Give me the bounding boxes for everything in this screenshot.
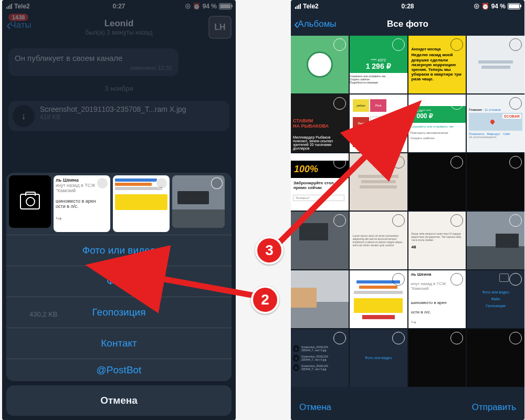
grid-cell[interactable] [350,153,407,211]
carrier-label: Tele2 [303,3,319,10]
select-circle-icon[interactable] [156,177,167,189]
grid-cell[interactable]: **** 43721 296 ₽Сохранить или отправить … [350,36,407,93]
annotation-step-3: 3 [255,236,284,265]
grid-cell[interactable] [291,212,349,269]
camera-button[interactable] [9,175,51,228]
menu-file[interactable]: Файл [6,266,232,297]
photo-thumbnail[interactable]: ль Шеина инут назад в ТСЖ "Камский шином… [54,175,110,232]
select-circle-icon[interactable] [392,156,405,169]
phone-left: Tele2 0:27 ⦾ ⏰ 94 % 1438 ‹ Чаты Leonid б… [2,0,236,420]
grid-cell[interactable] [408,153,466,211]
select-circle-icon[interactable] [333,214,346,227]
nav-header: ‹ Альбомы Все фото [291,13,524,36]
cancel-button[interactable]: Отмена [6,385,232,416]
select-circle-icon[interactable] [392,332,405,344]
phone-right: Tele2 0:28 ⦾ ⏰ 94 % ‹ Альбомы Все фото *… [291,0,524,420]
select-circle-icon[interactable] [509,273,522,286]
select-circle-icon[interactable] [450,97,463,110]
menu-contact[interactable]: Контакт [6,328,232,359]
grid-cell[interactable]: ль Шеинаинут назад в ТСЖ "Камскийшиномес… [408,270,466,328]
grid-cell[interactable] [291,270,349,328]
select-circle-icon[interactable] [509,38,522,51]
grid-cell[interactable]: ↓Screenshot_20191103-235544_T...ram X.jp… [291,329,349,387]
battery-icon [508,3,520,9]
battery-pct: 94 % [491,3,506,10]
action-sheet: ль Шеина инут назад в ТСЖ "Камский шином… [6,173,232,416]
grid-cell[interactable] [467,212,524,269]
select-circle-icon[interactable] [509,332,522,344]
annotation-step-2: 2 [251,286,279,314]
signal-icon [295,4,301,9]
file-size-bg: 430,2 KB [29,310,58,318]
status-bar: Tele2 0:28 ⦾ ⏰ 94 % [291,0,524,13]
grid-cell[interactable] [467,36,524,93]
select-circle-icon[interactable] [392,214,405,227]
send-button[interactable]: Отправить [472,402,516,413]
select-circle-icon[interactable] [450,214,463,227]
grid-cell[interactable]: Фото или видеоФайлГеопозиция [467,270,524,328]
select-circle-icon[interactable] [333,97,346,110]
select-circle-icon[interactable] [450,156,463,169]
menu-postbot[interactable]: @PostBot [6,359,232,381]
photo-grid[interactable]: **** 43721 296 ₽Сохранить или отправить … [291,36,524,387]
select-circle-icon[interactable] [333,156,346,169]
select-circle-icon[interactable] [97,177,108,189]
menu-photo-video[interactable]: Фото или видео [6,235,232,266]
grid-cell[interactable]: Lorem ipsum dolor sit amet consectetur a… [350,212,407,269]
photo-thumbnail[interactable] [172,175,225,228]
grid-cell[interactable]: Главная · 11 отзывовSCOBARПозвонить · Ма… [467,94,524,152]
select-circle-icon[interactable] [450,332,463,344]
select-circle-icon[interactable] [509,156,522,169]
nav-title: Все фото [387,19,428,29]
bottom-bar: Отмена Отправить [291,395,524,420]
select-circle-icon[interactable] [392,38,405,51]
photo-strip: ль Шеина инут назад в ТСЖ "Камский шином… [6,173,232,235]
grid-cell[interactable] [467,329,524,387]
grid-cell[interactable]: Фото или видео [350,329,407,387]
grid-cell[interactable] [467,153,524,211]
grid-cell[interactable]: yellow Pink Red White Brown orange [350,94,407,152]
grid-cell[interactable]: Анекдот месяцаНеделю назад моей девушке … [408,36,466,93]
lock-icon: ⦾ [474,3,479,10]
grid-cell[interactable]: Когда тебе напросто моет вкус И сердце р… [408,212,466,269]
grid-cell[interactable]: 100%Забронируйте стол прямо сейчасТелефо… [291,153,349,211]
grid-cell[interactable]: 4276 60** ****4 000 ₽Сохранить или отпра… [408,94,466,152]
grid-cell[interactable] [291,36,349,93]
select-circle-icon[interactable] [333,38,346,51]
back-albums-button[interactable]: ‹ Альбомы [294,17,337,32]
alarm-icon: ⏰ [481,3,489,10]
select-circle-icon[interactable] [509,97,522,110]
select-circle-icon[interactable] [333,332,346,344]
grid-cell[interactable]: СТАВИМНА РЫБАКОВАМиллиардер Рыбаков пояс… [291,94,349,152]
select-circle-icon[interactable] [211,177,223,189]
select-circle-icon[interactable] [392,273,405,286]
select-circle-icon[interactable] [392,97,405,110]
cancel-button[interactable]: Отмена [299,402,331,413]
camera-icon [20,194,40,209]
select-circle-icon[interactable] [509,214,522,227]
grid-cell[interactable] [350,270,407,328]
photo-thumbnail[interactable] [113,175,170,232]
select-circle-icon[interactable] [450,38,463,51]
grid-cell[interactable] [408,329,466,387]
